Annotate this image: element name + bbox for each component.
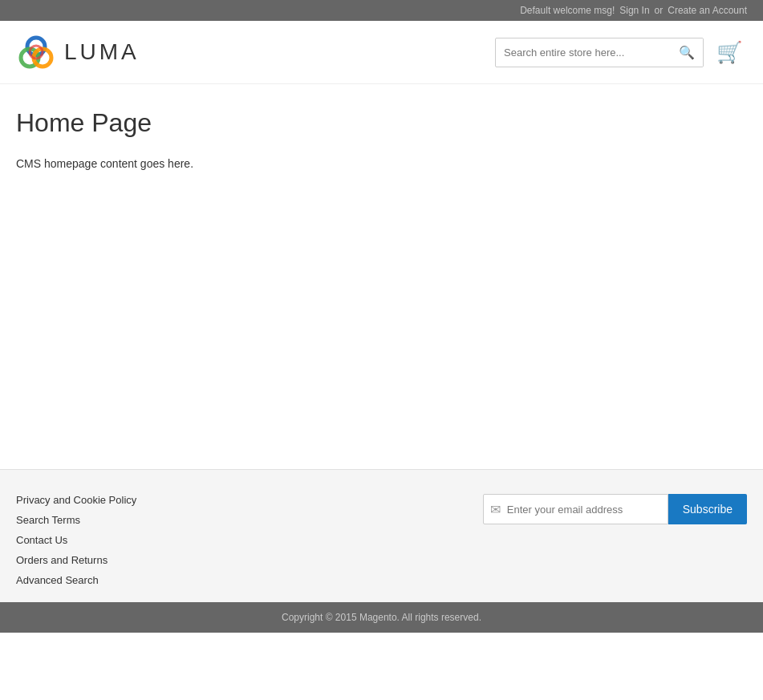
bottom-bar: Copyright © 2015 Magento. All rights res… xyxy=(0,602,763,633)
footer: Privacy and Cookie PolicySearch TermsCon… xyxy=(0,469,763,602)
logo-link[interactable]: LUMA xyxy=(16,32,140,72)
cart-icon: 🛒 xyxy=(716,40,742,64)
or-separator: or xyxy=(655,5,664,16)
footer-link-privacy-policy[interactable]: Privacy and Cookie Policy xyxy=(16,494,136,506)
footer-links: Privacy and Cookie PolicySearch TermsCon… xyxy=(16,494,136,586)
main-content: Home Page CMS homepage content goes here… xyxy=(0,84,763,469)
search-button[interactable]: 🔍 xyxy=(671,38,703,67)
footer-link-contact-us[interactable]: Contact Us xyxy=(16,534,136,546)
newsletter-area: ✉ Subscribe xyxy=(483,494,747,524)
logo-text: LUMA xyxy=(64,39,140,65)
header-right: 🔍 🛒 xyxy=(495,38,747,67)
mail-icon: ✉ xyxy=(484,502,507,517)
signin-link[interactable]: Sign In xyxy=(619,5,649,16)
footer-link-search-terms[interactable]: Search Terms xyxy=(16,514,136,526)
search-box: 🔍 xyxy=(495,38,704,67)
welcome-message: Default welcome msg! xyxy=(520,5,615,16)
create-account-link[interactable]: Create an Account xyxy=(668,5,747,16)
newsletter-email-input[interactable] xyxy=(507,495,668,524)
luma-logo-icon xyxy=(16,32,56,72)
subscribe-button[interactable]: Subscribe xyxy=(668,494,747,524)
footer-link-advanced-search[interactable]: Advanced Search xyxy=(16,574,136,586)
cart-button[interactable]: 🛒 xyxy=(712,40,747,65)
header: LUMA 🔍 🛒 xyxy=(0,21,763,84)
page-title: Home Page xyxy=(16,108,747,138)
search-icon: 🔍 xyxy=(679,46,695,59)
top-bar: Default welcome msg! Sign In or Create a… xyxy=(0,0,763,21)
page-body-text: CMS homepage content goes here. xyxy=(16,157,747,170)
search-input[interactable] xyxy=(496,40,671,65)
footer-inner: Privacy and Cookie PolicySearch TermsCon… xyxy=(16,494,747,586)
copyright-text: Copyright © 2015 Magento. All rights res… xyxy=(282,612,481,623)
newsletter-input-wrap: ✉ xyxy=(483,494,668,524)
footer-link-orders-returns[interactable]: Orders and Returns xyxy=(16,554,136,566)
